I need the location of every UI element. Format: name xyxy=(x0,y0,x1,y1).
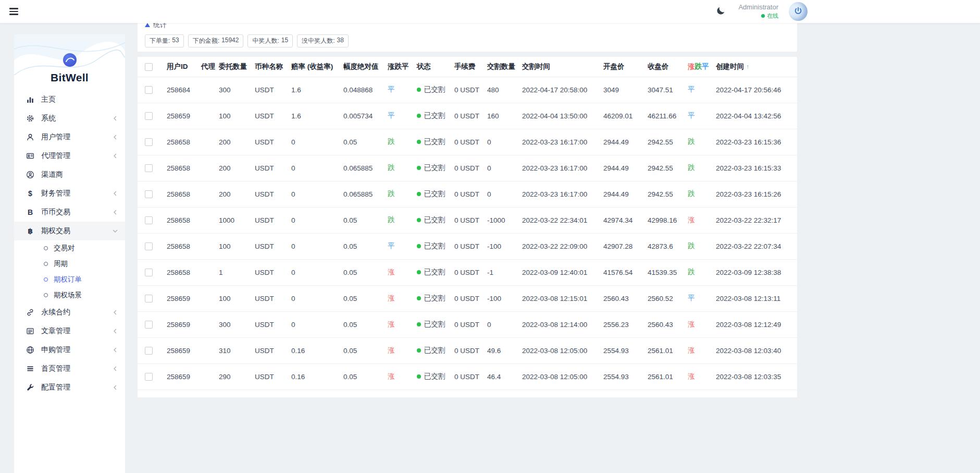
sidebar-item-9[interactable]: 永续合约 xyxy=(14,303,125,322)
sidebar-subitem[interactable]: 期权订单 xyxy=(14,272,125,287)
status-dot-icon xyxy=(417,374,421,379)
status-label: 已交割 xyxy=(424,268,445,276)
row-checkbox[interactable] xyxy=(145,269,153,276)
col-header-label: 手续费 xyxy=(454,63,476,70)
row-checkbox[interactable] xyxy=(145,373,153,381)
chevron-down-icon xyxy=(112,228,118,234)
cell-close: 2561.01 xyxy=(646,363,686,390)
col-header-result: 涨跌平 xyxy=(686,57,714,77)
sidebar-item-12[interactable]: 首页管理 xyxy=(14,359,125,378)
cell-range: 0.05 xyxy=(342,363,386,390)
row-checkbox[interactable] xyxy=(145,321,153,329)
cell-dir: 涨 xyxy=(386,311,415,337)
row-checkbox[interactable] xyxy=(145,164,153,172)
row-checkbox[interactable] xyxy=(145,242,153,250)
cell-user_id: 258659 xyxy=(165,337,200,363)
sidebar-item-13[interactable]: 配置管理 xyxy=(14,378,125,397)
dark-mode-button[interactable] xyxy=(714,4,728,19)
cell-created: 2022-03-08 12:03:35 xyxy=(714,363,797,390)
status-label: 已交割 xyxy=(424,242,445,250)
menu-toggle-button[interactable] xyxy=(7,5,20,18)
select-all-checkbox[interactable] xyxy=(145,63,153,71)
status-label: 已交割 xyxy=(424,164,445,172)
status-dot-icon xyxy=(417,140,421,144)
cell-fee: 0 USDT xyxy=(453,363,486,390)
sidebar-subitem[interactable]: 期权场景 xyxy=(14,287,125,303)
col-header-label: 交割数量 xyxy=(487,63,515,70)
row-checkbox[interactable] xyxy=(145,86,153,94)
cell-amount: 300 xyxy=(217,77,253,103)
sidebar-item-11[interactable]: 申购管理 xyxy=(14,341,125,359)
col-header-label: 创建时间 xyxy=(716,63,744,70)
cell-settle_time: 2022-03-08 12:05:00 xyxy=(520,363,602,390)
cell-settle_time: 2022-03-22 22:34:01 xyxy=(520,207,602,233)
table-row: 258659290USDT0.160.05涨已交割0 USDT46.42022-… xyxy=(138,363,797,390)
col-header-created[interactable]: 创建时间↑ xyxy=(714,57,797,77)
cell-settle_amount: 0 xyxy=(486,155,520,181)
cell-created: 2022-03-22 22:32:17 xyxy=(714,207,797,233)
table-row: 258658200USDT00.065885跌已交割0 USDT02022-03… xyxy=(138,155,797,181)
cell-fee: 0 USDT xyxy=(453,77,486,103)
radio-bullet-icon xyxy=(44,277,48,282)
cell-result: 平 xyxy=(686,103,714,129)
row-checkbox[interactable] xyxy=(145,112,153,120)
direction-value: 涨 xyxy=(388,294,395,302)
sidebar-item-8[interactable]: ฿期权交易 xyxy=(14,222,125,240)
cell-amount: 200 xyxy=(217,155,253,181)
cell-amount: 290 xyxy=(217,363,253,390)
sidebar-item-7[interactable]: B币币交易 xyxy=(14,203,125,222)
cell-fee: 0 USDT xyxy=(453,233,486,259)
col-header-label: 代理 xyxy=(201,63,215,70)
status-label: 已交割 xyxy=(424,86,445,93)
sidebar-item-label: 财务管理 xyxy=(41,189,112,198)
cell-result: 平 xyxy=(686,77,714,103)
table-row: 258659300USDT00.05涨已交割0 USDT02022-03-08 … xyxy=(138,311,797,337)
cell-range: 0.05 xyxy=(342,129,386,155)
cell-settle_amount: -100 xyxy=(486,233,520,259)
cell-settle_time: 2022-03-09 12:40:01 xyxy=(520,259,602,285)
cell-select xyxy=(138,311,165,337)
cell-odds: 0.16 xyxy=(290,337,342,363)
row-checkbox[interactable] xyxy=(145,295,153,302)
sidebar-item-1[interactable]: 主页 xyxy=(14,90,125,109)
status-dot-icon xyxy=(417,348,421,353)
sidebar-subitem[interactable]: 交易对 xyxy=(14,240,125,256)
cell-agent xyxy=(200,337,217,363)
row-checkbox[interactable] xyxy=(145,347,153,355)
cell-select xyxy=(138,155,165,181)
cell-settle_time: 2022-03-23 16:17:00 xyxy=(520,181,602,207)
sidebar-item-3[interactable]: 用户管理 xyxy=(14,128,125,147)
col-header-label: 幅度绝对值 xyxy=(343,63,379,70)
brand-name: BitWell xyxy=(51,71,89,84)
table-row: 2586581000USDT00.05跌已交割0 USDT-10002022-0… xyxy=(138,207,797,233)
cell-dir: 涨 xyxy=(386,259,415,285)
sort-asc-icon: ↑ xyxy=(746,63,749,70)
cell-fee: 0 USDT xyxy=(453,285,486,311)
row-checkbox[interactable] xyxy=(145,216,153,224)
cell-open: 41576.54 xyxy=(602,259,646,285)
sidebar-item-5[interactable]: 渠道商 xyxy=(14,165,125,184)
chart-icon xyxy=(26,95,34,104)
sidebar-item-6[interactable]: $财务管理 xyxy=(14,184,125,203)
cell-result: 涨 xyxy=(686,363,714,390)
col-header-result-part: 平 xyxy=(702,63,709,70)
cell-created: 2022-04-17 20:56:46 xyxy=(714,77,797,103)
cell-select xyxy=(138,103,165,129)
sidebar-subitem[interactable]: 周期 xyxy=(14,256,125,272)
logout-power-button[interactable] xyxy=(789,2,808,21)
row-checkbox[interactable] xyxy=(145,138,153,146)
col-header-label: 委托数量 xyxy=(219,63,247,70)
admin-user-menu[interactable]: Administrator 在线 xyxy=(738,3,778,20)
sidebar-item-4[interactable]: 代理管理 xyxy=(14,147,125,165)
cell-agent xyxy=(200,259,217,285)
cell-result: 跌 xyxy=(686,129,714,155)
header-right-group: Administrator 在线 xyxy=(714,2,808,21)
col-header-status: 状态 xyxy=(415,57,453,77)
chevron-left-icon xyxy=(112,115,118,122)
row-checkbox[interactable] xyxy=(145,190,153,198)
cell-select xyxy=(138,363,165,390)
col-header-select[interactable] xyxy=(138,57,165,77)
sidebar-item-10[interactable]: 文章管理 xyxy=(14,322,125,341)
sidebar-item-2[interactable]: 系统 xyxy=(14,109,125,128)
status-label: 已交割 xyxy=(424,320,445,328)
